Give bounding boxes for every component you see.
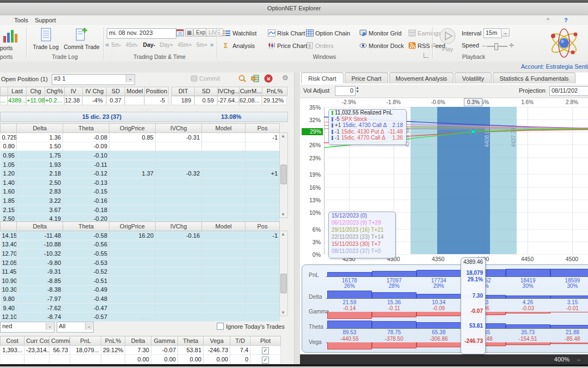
gear-icon[interactable]: ⚙ <box>282 74 289 82</box>
reports-button[interactable]: Reports <box>0 45 25 51</box>
time-step-5m+[interactable]: 5m+ <box>197 41 208 48</box>
option-grid-row[interactable]: 14.15-11.48-0.5816.20-0.16-1 <box>1 231 280 240</box>
option-grid-row[interactable]: 1.853.22-0.16 <box>1 196 280 206</box>
zoom-out-icon[interactable]: – <box>577 356 580 363</box>
tab-volatility[interactable]: Volatility <box>455 73 492 83</box>
totals-row[interactable]: 1,393...-23,314...56.7318,079...29.12%7.… <box>1 346 281 355</box>
option-grid-row[interactable]: 9.40-7.62-0.47 <box>1 303 280 312</box>
step-forward-icon[interactable]: » <box>210 40 213 49</box>
origprice-cell <box>109 196 156 206</box>
ivchg-cell <box>156 151 202 160</box>
delta-cell: -9.31 <box>17 267 63 276</box>
option-table-upper-scrollbar[interactable]: ▲▼ <box>279 132 288 218</box>
speed-minus-icon[interactable]: – <box>482 42 486 49</box>
option-grid-row[interactable]: 1.051.93-0.11 <box>1 160 280 169</box>
time-step-45m-[interactable]: 45m- <box>126 41 139 48</box>
menu-support[interactable]: Support <box>33 16 58 24</box>
windows-button-watchlist[interactable]: Watchlist <box>223 29 256 37</box>
time-step-Day-[interactable]: Day- <box>143 41 156 48</box>
grip-dots[interactable]: ····· <box>0 316 294 321</box>
position-selector[interactable]: #3 1⌄ <box>52 74 135 85</box>
scroll-down-icon[interactable]: ▼ <box>280 212 286 217</box>
scroll-thumb[interactable] <box>280 274 287 293</box>
projection-input[interactable]: 08/11/202 <box>549 86 588 96</box>
tab-price-chart[interactable]: Price Chart <box>345 73 388 83</box>
option-grid-row[interactable]: 1.402.50-0.13 <box>1 178 280 187</box>
option-grid-row[interactable]: 0.951.75-0.10 <box>1 151 280 160</box>
option-grid-row[interactable]: 1.602.83-0.15 <box>1 187 280 196</box>
model-cell <box>202 240 246 249</box>
position-selector-dropdown-icon[interactable]: ⌄ <box>126 75 134 82</box>
time-step-5m-[interactable]: 5m- <box>112 41 121 48</box>
windows-button-analysis[interactable]: ΣAnalysis <box>223 42 255 49</box>
close-position-icon[interactable]: ✕ <box>264 74 273 84</box>
tab-movement-analysis[interactable]: Movement Analysis <box>389 73 454 83</box>
commit-button[interactable]: Commit <box>191 75 220 82</box>
export-grid-icon[interactable] <box>251 74 260 84</box>
dialog-launcher-icon[interactable] <box>424 53 428 58</box>
model-cell <box>202 303 246 312</box>
scroll-up-icon[interactable]: ▲ <box>280 232 286 237</box>
option-grid-row[interactable]: 12.05-9.80-0.53 <box>1 258 280 267</box>
windows-button-price-chart[interactable]: Price Chart <box>268 42 307 49</box>
step-back-icon[interactable]: « <box>105 40 109 49</box>
menu-tools[interactable]: Tools <box>12 16 30 24</box>
vol-adjust-spinner[interactable]: ▲ ▼ <box>356 86 359 93</box>
time-step-Day+[interactable]: Day+ <box>160 41 173 48</box>
scroll-up-icon[interactable]: ▲ <box>280 134 286 138</box>
vol-adjust-input[interactable]: 0 <box>335 86 356 96</box>
speed-plus-icon[interactable]: ✛ <box>509 42 514 49</box>
scroll-thumb[interactable] <box>280 165 287 184</box>
speed-slider-thumb[interactable] <box>494 43 498 50</box>
interval-dropdown-icon[interactable]: ⌄ <box>501 28 510 37</box>
dropdown-icon[interactable]: ⌄ <box>85 323 93 330</box>
ignore-todays-trades-checkbox[interactable]: Ignore Today's Trades <box>217 323 285 330</box>
top-axis-move-label: -0.6% <box>425 99 452 105</box>
plot-checkbox-cell[interactable]: ✓ <box>250 346 281 355</box>
windows-button-orders[interactable]: $Orders <box>306 42 334 49</box>
risk-chart-panel: Risk ChartPrice ChartMovement AnalysisVo… <box>300 73 588 364</box>
play-button[interactable]: Play <box>438 27 457 52</box>
greek-bar <box>506 342 550 345</box>
scroll-down-icon[interactable]: ▼ <box>280 310 286 315</box>
time-picker-icon[interactable]: ▦ <box>185 28 193 37</box>
plot-checkbox-cell[interactable]: ✓ <box>250 355 281 364</box>
option-grid-row[interactable]: 10.90-8.85-0.51 <box>1 276 280 285</box>
search-icon[interactable] <box>238 74 247 84</box>
ribbon-collapse-icon[interactable]: ^ <box>544 16 552 24</box>
plot-checkbox[interactable]: ✓ <box>262 347 269 354</box>
totals-row[interactable]: 0.000.000.000.000✓ <box>1 355 281 364</box>
help-icon[interactable]: ? <box>562 16 570 24</box>
time-step-45m+[interactable]: 45m+ <box>177 41 192 48</box>
tab-statistics-fundamentals[interactable]: Statistics & Fundamentals <box>493 73 575 83</box>
model-cell <box>202 133 246 142</box>
option-grid-header: Pos <box>246 124 280 133</box>
commit-trade-button[interactable]: Commit Trade <box>61 27 102 50</box>
windows-button-monitor-dock[interactable]: Monitor Dock <box>359 42 404 49</box>
windows-button-option-chain[interactable]: Option Chain <box>306 29 350 37</box>
option-table-lower-scrollbar[interactable]: ▲▼ <box>279 231 288 316</box>
group-filter-select[interactable]: All⌄ <box>57 322 94 333</box>
plot-checkbox[interactable]: ✓ <box>262 357 269 364</box>
option-grid-row[interactable]: 0.801.50-0.09 <box>1 142 280 151</box>
option-grid-row[interactable]: 0.7251.36-0.080.85-0.31-1 <box>1 133 280 142</box>
option-grid-row[interactable]: 11.45-9.31-0.52 <box>1 267 280 276</box>
option-grid-row[interactable]: 9.80-7.97-0.48 <box>1 294 280 304</box>
trade-filter-select[interactable]: ned⌄ <box>0 322 54 333</box>
windows-button-risk-chart[interactable]: Risk Chart <box>268 29 305 37</box>
option-grid-row[interactable]: 12.70-10.32-0.55 <box>1 249 280 258</box>
trade-log-button[interactable]: Trade Log <box>28 27 63 50</box>
strike-price-cell: 0.725 <box>1 133 17 142</box>
dropdown-icon[interactable]: ⌄ <box>46 323 53 330</box>
greeks-panel: PnL1617826%1709728%1773429%1825229%18419… <box>302 264 588 353</box>
option-grid-row[interactable]: 10.30-8.38-0.49 <box>1 285 280 294</box>
option-grid-row[interactable]: 2.153.67-0.18 <box>1 205 280 214</box>
option-grid-row[interactable]: 1.202.18-0.121.37-0.32+1 <box>1 169 280 178</box>
interval-select[interactable]: 15m <box>483 28 502 38</box>
playback-group-label: Playback <box>433 53 514 60</box>
calendar-icon[interactable] <box>176 28 184 38</box>
windows-button-monitor-grid[interactable]: Monitor Grid <box>359 29 402 37</box>
option-grid-row[interactable]: 13.40-10.88-0.56 <box>1 240 280 249</box>
date-input[interactable]: mi. 08 nov. 2023 <box>107 28 176 39</box>
tab-risk-chart[interactable]: Risk Chart <box>301 73 344 83</box>
